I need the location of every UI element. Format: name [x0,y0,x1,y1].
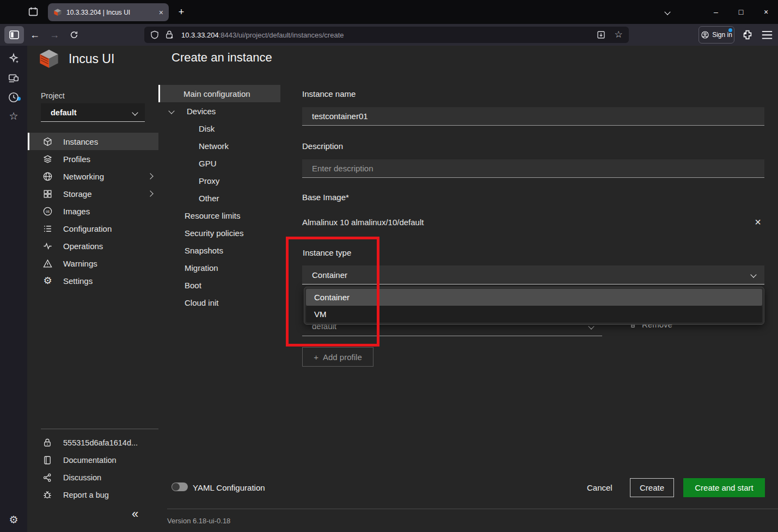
browser-side-strip: ☆ ⚙ [0,46,27,532]
add-profile-label: Add profile [323,352,362,362]
list-tabs-icon[interactable] [662,7,673,17]
back-button[interactable]: ← [28,28,41,41]
screen: 10.3.33.204 | Incus UI × + – □ × ← → 10.… [0,0,778,532]
sidebar-item-configuration[interactable]: Configuration [27,220,158,237]
new-tab-button[interactable]: + [174,5,188,19]
toggle-knob [172,483,180,491]
warnings-icon [42,258,53,269]
synced-tabs-icon[interactable] [8,72,20,84]
browser-tab[interactable]: 10.3.33.204 | Incus UI × [48,3,169,21]
sidebar-item-profiles[interactable]: Profiles [27,150,158,168]
browser-settings-gear-icon[interactable]: ⚙ [8,514,20,526]
window-close-button[interactable]: × [754,0,778,24]
url-bar[interactable]: 10.3.33.204:8443/ui/project/default/inst… [144,27,629,43]
menu-main-configuration[interactable]: Main configuration [158,85,280,102]
base-image-value: Almalinux 10 almalinux/10/default [302,218,424,227]
server-fingerprint-link[interactable]: 555315d6afa1614d... [27,434,158,451]
sidebar-item-storage[interactable]: Storage [27,185,158,202]
window-minimize-button[interactable]: – [703,0,728,24]
menu-cloud-init[interactable]: Cloud init [158,294,280,311]
lock-warning-icon[interactable] [164,30,174,40]
menu-resource-limits[interactable]: Resource limits [158,207,280,224]
cancel-button[interactable]: Cancel [587,483,612,492]
url-text: 10.3.33.204:8443/ui/project/default/inst… [181,31,596,39]
images-icon: os [42,206,53,216]
app-brand[interactable]: Incus UI [37,48,114,70]
chevron-right-icon [147,190,153,196]
menu-proxy[interactable]: Proxy [158,172,280,189]
config-menu: Main configuration Devices Disk Network … [158,85,280,311]
sidebar-collapse-button[interactable]: « [132,507,138,521]
shield-icon[interactable] [150,30,160,40]
sidebar-item-settings[interactable]: ⚙ Settings [27,272,158,289]
yaml-toggle[interactable] [171,482,188,491]
ai-chat-icon[interactable] [8,52,20,64]
add-profile-button[interactable]: + Add profile [302,347,373,367]
sidebar-item-instances[interactable]: Instances [27,133,158,150]
menu-hamburger-icon[interactable] [761,30,773,42]
menu-network[interactable]: Network [158,137,280,154]
version-text: Version 6.18-ui-0.18 [167,517,230,525]
footer-divider [167,509,778,509]
sidebar-item-images[interactable]: os Images [27,202,158,220]
sidebar-toggle-button[interactable] [4,26,24,44]
menu-security-policies[interactable]: Security policies [158,224,280,242]
history-clock-icon[interactable] [8,91,20,103]
incus-logo [37,48,61,70]
sign-in-button[interactable]: Sign in [699,26,734,44]
report-bug-link[interactable]: Report a bug [27,486,158,504]
tab-close-icon[interactable]: × [159,8,163,17]
firefox-view-icon[interactable] [27,6,39,18]
menu-devices[interactable]: Devices [158,102,280,120]
window-maximize-button[interactable]: □ [728,0,754,24]
menu-snapshots[interactable]: Snapshots [158,242,280,259]
sidebar-item-warnings[interactable]: Warnings [27,255,158,272]
incus-favicon [53,8,62,17]
project-value: default [51,108,77,117]
instances-icon [42,137,53,147]
instance-name-input[interactable] [302,107,764,126]
yaml-toggle-label: YAML Configuration [193,483,265,492]
chevron-down-icon [168,108,174,114]
book-icon [42,455,52,465]
browser-tab-bar: 10.3.33.204 | Incus UI × + – □ × [0,0,778,24]
menu-other[interactable]: Other [158,189,280,207]
sidebar-nav: Instances Profiles Networking Storage os… [27,133,158,289]
bug-icon [42,490,52,500]
create-and-start-button[interactable]: Create and start [683,478,765,497]
extensions-icon[interactable] [742,29,754,41]
networking-icon [42,171,53,182]
documentation-link[interactable]: Documentation [27,451,158,469]
page-title: Create an instance [171,51,272,65]
share-icon [42,473,52,482]
forward-button[interactable]: → [48,28,61,41]
chevron-down-icon [750,271,756,277]
url-path: :8443/ui/project/default/instances/creat… [219,31,344,39]
chevron-down-icon [132,109,138,115]
save-page-icon[interactable] [596,30,606,40]
sidebar-item-networking[interactable]: Networking [27,168,158,185]
menu-gpu[interactable]: GPU [158,154,280,172]
browser-toolbar: ← → 10.3.33.204:8443/ui/project/default/… [0,24,778,46]
menu-migration[interactable]: Migration [158,259,280,276]
bookmark-star-icon[interactable]: ☆ [614,30,623,40]
menu-disk[interactable]: Disk [158,120,280,137]
reload-button[interactable] [68,28,81,41]
clear-image-icon[interactable]: × [755,216,764,228]
storage-icon [42,189,53,199]
instance-name-label: Instance name [302,89,356,98]
create-button[interactable]: Create [630,478,674,497]
profiles-icon [42,154,53,164]
menu-boot[interactable]: Boot [158,276,280,294]
description-input[interactable] [302,159,764,178]
sign-in-label: Sign in [712,31,732,39]
project-select[interactable]: default [41,103,145,122]
operations-icon [42,241,53,251]
sidebar-item-operations[interactable]: Operations [27,237,158,255]
incus-app: Incus UI Create an instance Project defa… [27,46,778,532]
bookmarks-star-icon[interactable]: ☆ [8,110,20,122]
lock-icon [42,438,52,448]
description-label: Description [302,141,343,151]
discussion-link[interactable]: Discussion [27,469,158,486]
tab-title: 10.3.33.204 | Incus UI [66,9,155,16]
